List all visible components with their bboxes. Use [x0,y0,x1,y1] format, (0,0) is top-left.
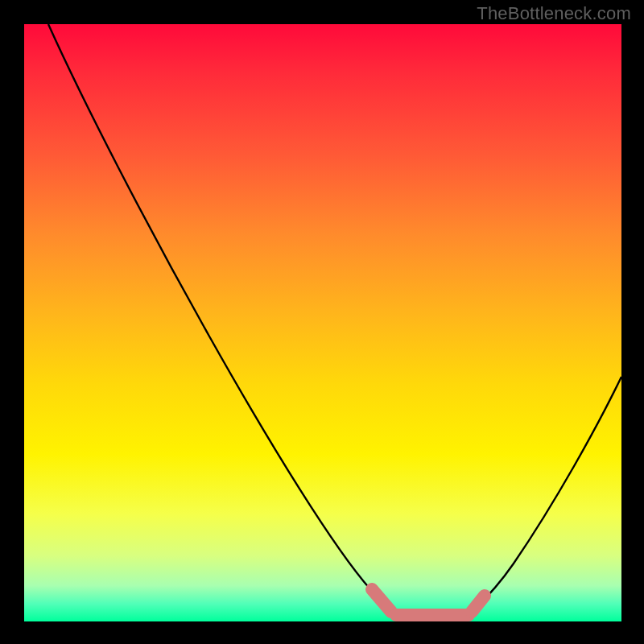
right-curve [475,377,621,609]
chart-svg [24,24,621,621]
left-curve [48,24,390,609]
highlight-segment-left [372,589,391,612]
highlight-segment-right [472,596,485,612]
chart-frame: TheBottleneck.com [0,0,644,644]
watermark-text: TheBottleneck.com [477,3,631,24]
chart-plot-area [24,24,621,621]
